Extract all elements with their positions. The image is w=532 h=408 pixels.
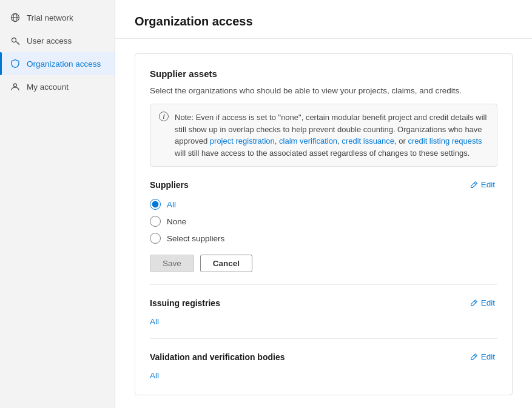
pencil-icon-validation xyxy=(470,353,478,361)
pencil-icon xyxy=(470,181,478,189)
info-icon: i xyxy=(159,112,169,121)
page-title: Organization access xyxy=(135,15,513,28)
button-row: Save Cancel xyxy=(150,255,497,272)
globe-icon xyxy=(10,12,21,23)
sidebar-item-user-access[interactable]: User access xyxy=(0,29,115,52)
radio-all-label: All xyxy=(167,200,176,209)
content-area: Supplier assets Select the organizations… xyxy=(115,39,532,408)
sidebar-item-my-account[interactable]: My account xyxy=(0,75,115,98)
claim-verification-link[interactable]: claim verification xyxy=(279,136,337,145)
sidebar: Trial network User access Organization a… xyxy=(0,0,115,408)
suppliers-title: Suppliers xyxy=(150,180,189,190)
issuing-registries-title: Issuing registries xyxy=(150,298,220,308)
pencil-icon-registries xyxy=(470,299,478,307)
sidebar-item-organization-access[interactable]: Organization access xyxy=(0,52,115,75)
credit-issuance-link[interactable]: credit issuance xyxy=(342,136,394,145)
issuing-registries-section: Issuing registries Edit All xyxy=(150,284,497,326)
key-icon xyxy=(10,35,21,46)
radio-none[interactable] xyxy=(150,216,161,227)
credit-listing-link[interactable]: credit listing requests xyxy=(408,136,482,145)
svg-point-3 xyxy=(12,38,16,42)
radio-none-label: None xyxy=(167,217,186,226)
svg-line-7 xyxy=(474,182,476,184)
validation-bodies-section: Validation and verification bodies Edit … xyxy=(150,338,497,380)
person-icon xyxy=(10,81,21,92)
validation-bodies-edit-button[interactable]: Edit xyxy=(467,351,497,363)
section-card: Supplier assets Select the organizations… xyxy=(135,53,513,395)
notice-box: i Note: Even if access is set to "none",… xyxy=(150,104,497,167)
sidebar-item-label: Trial network xyxy=(27,13,73,22)
radio-item-none[interactable]: None xyxy=(150,216,497,227)
suppliers-edit-button[interactable]: Edit xyxy=(467,179,497,190)
issuing-registries-edit-button[interactable]: Edit xyxy=(467,297,497,309)
project-reg-link[interactable]: project registration xyxy=(210,136,275,145)
sidebar-item-label: My account xyxy=(27,82,69,92)
sidebar-item-trial-network[interactable]: Trial network xyxy=(0,6,115,29)
radio-group: All None Select suppliers xyxy=(150,199,497,244)
cancel-button[interactable]: Cancel xyxy=(200,255,252,272)
suppliers-header: Suppliers Edit xyxy=(150,179,497,190)
svg-line-9 xyxy=(474,355,476,356)
radio-all[interactable] xyxy=(150,199,161,210)
section-title: Supplier assets xyxy=(150,69,497,79)
sidebar-item-label: User access xyxy=(27,36,72,45)
svg-point-6 xyxy=(14,84,17,87)
validation-bodies-header: Validation and verification bodies Edit xyxy=(150,351,497,363)
svg-line-4 xyxy=(16,41,19,45)
radio-item-all[interactable]: All xyxy=(150,199,497,210)
issuing-registries-value: All xyxy=(150,317,497,326)
save-button[interactable]: Save xyxy=(150,255,194,272)
main-content: Organization access Supplier assets Sele… xyxy=(115,0,532,408)
radio-item-select[interactable]: Select suppliers xyxy=(150,233,497,244)
notice-text: Note: Even if access is set to "none", c… xyxy=(175,112,488,159)
sidebar-item-label: Organization access xyxy=(27,59,101,69)
validation-bodies-title: Validation and verification bodies xyxy=(150,352,285,362)
radio-select[interactable] xyxy=(150,233,161,244)
page-header: Organization access xyxy=(115,0,532,39)
section-description: Select the organizations who should be a… xyxy=(150,86,497,95)
validation-bodies-value: All xyxy=(150,371,497,380)
edit-label-validation: Edit xyxy=(481,352,495,361)
edit-label-registries: Edit xyxy=(481,298,495,307)
issuing-registries-header: Issuing registries Edit xyxy=(150,297,497,309)
radio-select-label: Select suppliers xyxy=(167,234,224,243)
edit-label: Edit xyxy=(481,180,495,189)
shield-icon xyxy=(10,58,21,69)
svg-line-8 xyxy=(474,301,476,303)
